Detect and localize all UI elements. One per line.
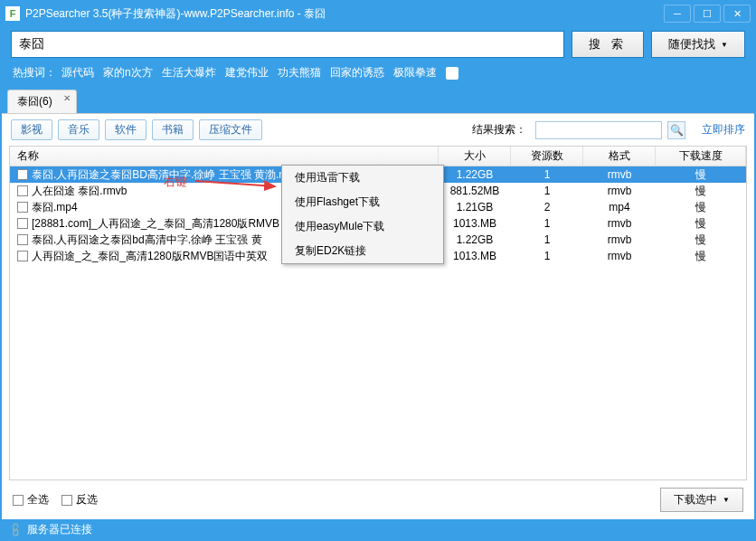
row-format: rmvb [583, 215, 656, 232]
ctx-copy-ed2k[interactable]: 复制ED2K链接 [282, 239, 443, 263]
tab-row: 泰囧(6) ✕ [2, 90, 754, 113]
search-bar: 搜 索 随便找找▼ [2, 25, 754, 65]
col-sources[interactable]: 资源数 [511, 147, 583, 166]
col-name[interactable]: 名称 [10, 147, 439, 166]
row-checkbox[interactable] [17, 234, 28, 245]
row-speed: 慢 [656, 166, 746, 183]
row-name: 泰囧.mp4 [32, 200, 78, 215]
row-format: mp4 [583, 199, 656, 215]
maximize-button[interactable]: ☐ [694, 5, 721, 23]
filter-archive[interactable]: 压缩文件 [199, 119, 262, 140]
ctx-flashget[interactable]: 使用Flashget下载 [282, 190, 443, 214]
status-text: 服务器已连接 [27, 522, 92, 537]
app-icon: F [5, 6, 20, 21]
col-size[interactable]: 大小 [439, 147, 511, 166]
random-button[interactable]: 随便找找▼ [651, 31, 745, 58]
link-icon: 🔗 [6, 520, 24, 537]
chevron-down-icon: ▼ [721, 41, 728, 49]
row-size: 881.52MB [439, 183, 511, 199]
row-format: rmvb [583, 166, 656, 183]
hot-keywords: 热搜词： 源代码 家的n次方 生活大爆炸 建党伟业 功夫熊猫 回家的诱惑 极限拳… [2, 65, 754, 90]
minimize-button[interactable]: ─ [664, 5, 691, 23]
row-sources: 1 [511, 183, 583, 199]
context-menu: 使用迅雷下载 使用Flashget下载 使用easyMule下载 复制ED2K链… [281, 165, 444, 264]
row-format: rmvb [583, 183, 656, 199]
filter-books[interactable]: 书籍 [152, 119, 194, 140]
ctx-thunder[interactable]: 使用迅雷下载 [282, 166, 443, 190]
row-sources: 1 [511, 215, 583, 232]
row-sources: 2 [511, 199, 583, 215]
result-search-label: 结果搜索： [472, 122, 526, 138]
row-name: 人再囧途_之_泰囧_高清1280版RMVB国语中英双 [32, 249, 268, 264]
col-speed[interactable]: 下载速度 [656, 147, 746, 166]
row-name: 人在囧途 泰囧.rmvb [32, 184, 127, 199]
row-speed: 慢 [656, 183, 746, 199]
result-tab[interactable]: 泰囧(6) ✕ [7, 90, 77, 113]
row-speed: 慢 [656, 232, 746, 248]
hotword-link[interactable]: 源代码 [61, 65, 94, 81]
row-name: 泰囧.人再囧途之泰囧bd高清中字.徐峥 王宝强 黄 [32, 233, 262, 248]
sort-link[interactable]: 立即排序 [702, 122, 745, 138]
hotword-link[interactable]: 回家的诱惑 [330, 65, 384, 81]
results-table: 名称 大小 资源数 格式 下载速度 泰囧.人再囧途之泰囧BD高清中字.徐峥 王宝… [9, 146, 747, 480]
hotwords-label: 热搜词： [13, 65, 56, 81]
window-title: P2PSearcher 3.5(种子搜索神器)-www.P2PSearcher.… [25, 6, 661, 22]
row-checkbox[interactable] [17, 185, 28, 196]
status-bar: 🔗 服务器已连接 [2, 519, 754, 539]
tab-label: 泰囧(6) [17, 95, 52, 108]
footer-bar: 全选 反选 下载选中▼ [2, 480, 754, 519]
hotword-link[interactable]: 功夫熊猫 [278, 65, 321, 81]
hotword-link[interactable]: 家的n次方 [103, 65, 153, 81]
filter-row: 影视 音乐 软件 书籍 压缩文件 结果搜索： 🔍 立即排序 [2, 114, 754, 146]
search-icon[interactable]: 🔍 [667, 121, 685, 139]
row-name: 泰囧.人再囧途之泰囧BD高清中字.徐峥 王宝强 黄渤.rmvb [32, 167, 303, 183]
row-speed: 慢 [656, 199, 746, 215]
row-name: [28881.com]_人再囧途_之_泰囧_高清1280版RMVB [32, 216, 279, 232]
row-size: 1.22GB [439, 166, 511, 183]
row-sources: 1 [511, 232, 583, 248]
filter-software[interactable]: 软件 [105, 119, 146, 140]
result-search-input[interactable] [535, 121, 662, 139]
hotword-link[interactable]: 生活大爆炸 [162, 65, 216, 81]
titlebar[interactable]: F P2PSearcher 3.5(种子搜索神器)-www.P2PSearche… [2, 2, 754, 25]
filter-music[interactable]: 音乐 [58, 119, 99, 140]
row-format: rmvb [583, 248, 656, 264]
row-size: 1013.MB [439, 215, 511, 232]
invert-checkbox[interactable]: 反选 [61, 492, 98, 508]
ctx-easymule[interactable]: 使用easyMule下载 [282, 214, 443, 239]
hotword-link[interactable]: 建党伟业 [225, 65, 269, 81]
row-checkbox[interactable] [17, 202, 28, 213]
row-checkbox[interactable] [17, 251, 28, 261]
row-format: rmvb [583, 232, 656, 248]
row-sources: 1 [511, 248, 583, 264]
row-sources: 1 [511, 166, 583, 183]
filter-video[interactable]: 影视 [11, 119, 52, 140]
row-checkbox[interactable] [17, 218, 28, 229]
hotword-link[interactable]: 极限拳速 [393, 65, 437, 81]
tab-close-icon[interactable]: ✕ [63, 93, 71, 103]
row-size: 1013.MB [439, 248, 511, 264]
close-button[interactable]: ✕ [723, 5, 751, 23]
row-size: 1.22GB [439, 232, 511, 248]
refresh-icon[interactable] [446, 67, 458, 80]
chevron-down-icon: ▼ [723, 496, 730, 504]
search-input[interactable] [11, 31, 564, 58]
row-checkbox[interactable] [17, 169, 28, 180]
select-all-checkbox[interactable]: 全选 [13, 492, 49, 508]
table-header: 名称 大小 资源数 格式 下载速度 [10, 147, 746, 166]
col-format[interactable]: 格式 [583, 147, 656, 166]
download-selected-button[interactable]: 下载选中▼ [660, 488, 743, 512]
row-speed: 慢 [656, 248, 746, 264]
search-button[interactable]: 搜 索 [572, 31, 644, 58]
row-speed: 慢 [656, 215, 746, 232]
row-size: 1.21GB [439, 199, 511, 215]
